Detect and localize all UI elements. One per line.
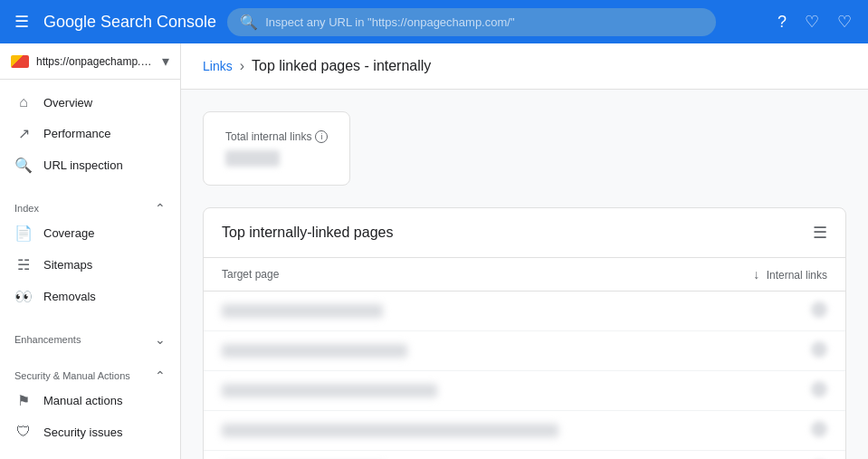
search-bar: 🔍: [227, 8, 716, 36]
overview-icon: ⌂: [14, 94, 33, 110]
top-navbar: ☰ Google Search Console 🔍 ? ♡ ♡: [0, 0, 868, 43]
url-inspection-icon: 🔍: [14, 157, 33, 174]
col-internal-links[interactable]: ↓ Internal links: [699, 258, 845, 292]
data-card: Top internally-linked pages ☰ Target pag…: [203, 207, 846, 459]
data-card-title: Top internally-linked pages: [222, 225, 393, 241]
sidebar-item-label: Manual actions: [43, 394, 122, 407]
table-row[interactable]: https://onpagechamp.com/blog: [204, 292, 845, 331]
security-collapse-icon[interactable]: ⌃: [155, 368, 166, 383]
table-row[interactable]: https://onpagechamp.com/tools: [204, 451, 845, 460]
primary-nav: ⌂ Overview ↗ Performance 🔍 URL inspectio…: [0, 80, 180, 188]
sidebar-item-label: Sitemaps: [43, 258, 92, 272]
property-icon: [11, 55, 29, 68]
summary-card-label: Total internal links i: [225, 130, 328, 143]
table-cell-url: https://onpagechamp.com/tools/seo: [204, 331, 699, 371]
summary-value: [225, 150, 280, 167]
index-section-label: Index ⌃: [0, 196, 180, 217]
bell-icon[interactable]: ♡: [832, 6, 857, 37]
sidebar-item-label: URL inspection: [43, 158, 123, 172]
table-cell-url: https://onpagechamp.com/on-page-seo-top-…: [204, 411, 699, 451]
manual-actions-icon: ⚑: [14, 392, 33, 409]
security-issues-icon: 🛡: [14, 424, 33, 440]
index-collapse-icon[interactable]: ⌃: [155, 201, 166, 215]
table-cell-count: [699, 292, 845, 331]
search-icon: 🔍: [240, 14, 258, 31]
table-row[interactable]: https://onpagechamp.com/on-page-seo-top-…: [204, 411, 845, 451]
page-content: Total internal links i Top internally-li…: [181, 90, 868, 459]
security-section: Security & Manual Actions ⌃ ⚑ Manual act…: [0, 356, 180, 454]
filter-icon[interactable]: ☰: [813, 223, 827, 243]
content-area: Links › Top linked pages - internally To…: [181, 43, 868, 459]
sidebar-item-sitemaps[interactable]: ☵ Sitemaps: [0, 249, 173, 281]
sidebar-item-coverage[interactable]: 📄 Coverage: [0, 217, 173, 249]
main-container: https://onpagechamp.com/ ▾ ⌂ Overview ↗ …: [0, 43, 868, 459]
property-selector[interactable]: https://onpagechamp.com/ ▾: [0, 43, 180, 80]
legacy-section: Legacy tools and reports ⌃ ↗ Internation…: [0, 454, 180, 459]
search-input[interactable]: [265, 15, 703, 29]
sidebar-item-security-issues[interactable]: 🛡 Security issues: [0, 416, 173, 447]
enhancements-collapse-icon[interactable]: ⌄: [155, 332, 166, 347]
sidebar-item-label: Security issues: [43, 426, 122, 439]
security-section-label: Security & Manual Actions ⌃: [0, 363, 180, 385]
table-cell-count: [699, 451, 845, 460]
property-label: https://onpagechamp.com/: [36, 55, 155, 68]
breadcrumb: Links › Top linked pages - internally: [181, 43, 868, 90]
breadcrumb-separator: ›: [240, 58, 244, 74]
sidebar-item-manual-actions[interactable]: ⚑ Manual actions: [0, 385, 173, 416]
sidebar-item-overview[interactable]: ⌂ Overview: [0, 87, 173, 118]
table-cell-count: [699, 331, 845, 371]
sidebar-item-url-inspection[interactable]: 🔍 URL inspection: [0, 149, 173, 181]
coverage-icon: 📄: [14, 225, 33, 242]
breadcrumb-current: Top linked pages - internally: [252, 58, 431, 74]
app-title: Google Search Console: [43, 13, 216, 32]
sitemaps-icon: ☵: [14, 256, 33, 273]
data-card-header: Top internally-linked pages ☰: [204, 208, 845, 258]
table-row[interactable]: https://onpagechamp.com/tools/seo: [204, 331, 845, 371]
help-icon[interactable]: ?: [772, 7, 792, 37]
property-chevron-icon: ▾: [162, 53, 169, 70]
sidebar-item-label: Removals: [43, 290, 96, 303]
sort-icon: ↓: [753, 267, 759, 282]
performance-icon: ↗: [14, 125, 33, 142]
table-cell-count: [699, 411, 845, 451]
nav-icons: ? ♡ ♡: [772, 6, 857, 37]
sidebar-item-label: Performance: [43, 127, 110, 140]
enhancements-section-label: Enhancements ⌄: [0, 327, 180, 349]
table-row[interactable]: https://onpagechamp.com/tools/audit-seo: [204, 371, 845, 411]
table-cell-url: https://onpagechamp.com/blog: [204, 292, 699, 331]
table-cell-url: https://onpagechamp.com/tools/audit-seo: [204, 371, 699, 411]
breadcrumb-links-link[interactable]: Links: [203, 59, 233, 73]
table-cell-count: [699, 371, 845, 411]
index-section: Index ⌃ 📄 Coverage ☵ Sitemaps 👀 Removals: [0, 188, 180, 320]
sidebar-item-performance[interactable]: ↗ Performance: [0, 118, 173, 149]
removals-icon: 👀: [14, 288, 33, 305]
accounts-icon[interactable]: ♡: [799, 6, 825, 37]
sidebar-item-label: Coverage: [43, 226, 94, 240]
summary-card: Total internal links i: [203, 111, 350, 186]
data-table: Target page ↓ Internal links https://onp…: [204, 258, 845, 459]
table-cell-url: https://onpagechamp.com/tools: [204, 451, 699, 460]
sidebar: https://onpagechamp.com/ ▾ ⌂ Overview ↗ …: [0, 43, 181, 459]
col-target-page: Target page: [204, 258, 699, 292]
table-header-row: Target page ↓ Internal links: [204, 258, 845, 292]
enhancements-section: Enhancements ⌄: [0, 320, 180, 356]
sidebar-item-removals[interactable]: 👀 Removals: [0, 281, 173, 312]
summary-info-icon[interactable]: i: [315, 130, 328, 143]
sidebar-item-label: Overview: [43, 96, 92, 110]
hamburger-icon[interactable]: ☰: [11, 8, 33, 35]
